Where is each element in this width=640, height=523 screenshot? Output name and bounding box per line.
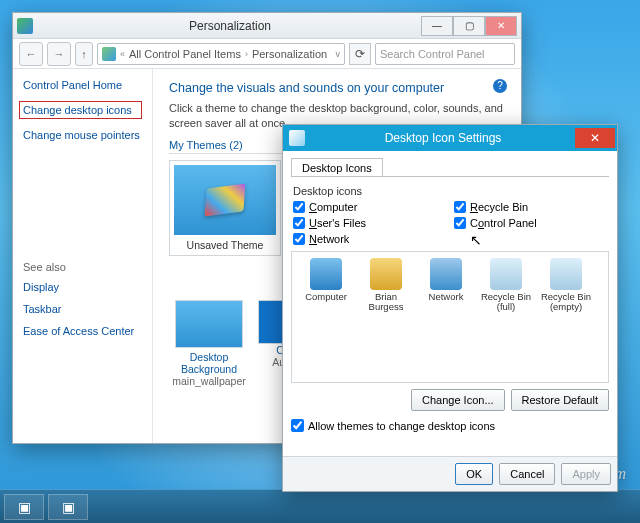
see-also-taskbar[interactable]: Taskbar: [23, 303, 142, 315]
checkbox-users-input[interactable]: [293, 217, 305, 229]
icon-preview-box: Computer Brian Burgess Network Recycle B…: [291, 251, 609, 383]
chevron-right-icon: ›: [245, 49, 248, 59]
theme-fan-icon: [205, 183, 246, 216]
tab-desktop-icons[interactable]: Desktop Icons: [291, 158, 383, 176]
nav-toolbar: ← → ↑ « All Control Panel Items › Person…: [13, 39, 521, 69]
window-icon: [17, 18, 33, 34]
preview-label: Brian Burgess: [358, 292, 414, 313]
desktop-wallpaper: Personalization — ▢ ✕ ← → ↑ « All Contro…: [0, 0, 640, 523]
chevron-down-icon[interactable]: v: [336, 49, 341, 59]
breadcrumb-sep-icon: «: [120, 49, 125, 59]
preview-label: Recycle Bin (empty): [538, 292, 594, 313]
see-also-ease[interactable]: Ease of Access Center: [23, 325, 142, 337]
address-icon: [102, 47, 116, 61]
preview-network[interactable]: Network: [418, 258, 474, 313]
checkbox-recycle-bin[interactable]: Recycle Bin: [454, 201, 607, 213]
preview-label: Network: [418, 292, 474, 302]
recycle-bin-empty-icon: [550, 258, 582, 290]
titlebar[interactable]: Personalization — ▢ ✕: [13, 13, 521, 39]
network-icon: [430, 258, 462, 290]
desktop-background-tile[interactable]: Desktop Background main_wallpaper: [169, 300, 249, 387]
checkbox-network-input[interactable]: [293, 233, 305, 245]
preview-recycle-full[interactable]: Recycle Bin (full): [478, 258, 534, 313]
taskbar-app-1[interactable]: ▣: [4, 494, 44, 520]
breadcrumb-root[interactable]: All Control Panel Items: [129, 48, 241, 60]
restore-default-button[interactable]: Restore Default: [511, 389, 609, 411]
sidebar-home-link[interactable]: Control Panel Home: [23, 79, 142, 91]
allow-themes-checkbox[interactable]: Allow themes to change desktop icons: [291, 419, 609, 432]
maximize-button[interactable]: ▢: [453, 16, 485, 36]
preview-user[interactable]: Brian Burgess: [358, 258, 414, 313]
desktop-icon-settings-dialog: Desktop Icon Settings ✕ Desktop Icons De…: [282, 124, 618, 492]
computer-icon: [310, 258, 342, 290]
preview-label: Computer: [298, 292, 354, 302]
theme-thumbnail: [174, 165, 276, 235]
minimize-button[interactable]: —: [421, 16, 453, 36]
cancel-button[interactable]: Cancel: [499, 463, 555, 485]
help-icon[interactable]: ?: [493, 79, 507, 93]
taskbar-app-2[interactable]: ▣: [48, 494, 88, 520]
allow-themes-label: Allow themes to change desktop icons: [308, 420, 495, 432]
checkbox-computer-input[interactable]: [293, 201, 305, 213]
recycle-bin-full-icon: [490, 258, 522, 290]
search-input[interactable]: Search Control Panel: [375, 43, 515, 65]
dialog-footer: OK Cancel Apply: [283, 456, 617, 491]
address-bar[interactable]: « All Control Panel Items › Personalizat…: [97, 43, 345, 65]
allow-themes-input[interactable]: [291, 419, 304, 432]
bg-value: main_wallpaper: [169, 375, 249, 387]
checkbox-users-files[interactable]: User's Files: [293, 217, 446, 229]
change-icon-button[interactable]: Change Icon...: [411, 389, 505, 411]
theme-tile[interactable]: Unsaved Theme: [169, 160, 281, 256]
forward-button[interactable]: →: [47, 42, 71, 66]
ok-button[interactable]: OK: [455, 463, 493, 485]
window-title: Personalization: [39, 19, 421, 33]
see-also-display[interactable]: Display: [23, 281, 142, 293]
checkbox-control-panel[interactable]: Control Panel: [454, 217, 607, 229]
search-placeholder: Search Control Panel: [380, 48, 485, 60]
tab-bar: Desktop Icons: [291, 157, 609, 177]
close-button[interactable]: ✕: [485, 16, 517, 36]
taskbar[interactable]: ▣ ▣: [0, 489, 640, 523]
bg-label: Desktop Background: [169, 351, 249, 375]
breadcrumb-current[interactable]: Personalization: [252, 48, 327, 60]
preview-computer[interactable]: Computer: [298, 258, 354, 313]
page-heading: Change the visuals and sounds on your co…: [169, 81, 505, 95]
preview-recycle-empty[interactable]: Recycle Bin (empty): [538, 258, 594, 313]
up-button[interactable]: ↑: [75, 42, 93, 66]
checkbox-computer[interactable]: Computer: [293, 201, 446, 213]
bg-thumbnail: [175, 300, 243, 348]
dialog-titlebar[interactable]: Desktop Icon Settings ✕: [283, 125, 617, 151]
sidebar: Control Panel Home Change desktop icons …: [13, 69, 153, 443]
checkbox-grid: Computer Recycle Bin User's Files Contro…: [291, 201, 609, 245]
user-folder-icon: [370, 258, 402, 290]
checkbox-network[interactable]: Network: [293, 233, 446, 245]
sidebar-change-pointers-link[interactable]: Change mouse pointers: [23, 129, 142, 141]
theme-name: Unsaved Theme: [174, 239, 276, 251]
refresh-button[interactable]: ⟳: [349, 43, 371, 65]
preview-label: Recycle Bin (full): [478, 292, 534, 313]
sidebar-change-icons-link[interactable]: Change desktop icons: [19, 101, 142, 119]
checkbox-cpanel-input[interactable]: [454, 217, 466, 229]
desktop-icons-group-label: Desktop icons: [293, 185, 609, 197]
dialog-title: Desktop Icon Settings: [311, 131, 575, 145]
checkbox-recycle-input[interactable]: [454, 201, 466, 213]
apply-button[interactable]: Apply: [561, 463, 611, 485]
see-also-label: See also: [23, 261, 142, 273]
dialog-icon: [289, 130, 305, 146]
dialog-close-button[interactable]: ✕: [575, 128, 615, 148]
back-button[interactable]: ←: [19, 42, 43, 66]
